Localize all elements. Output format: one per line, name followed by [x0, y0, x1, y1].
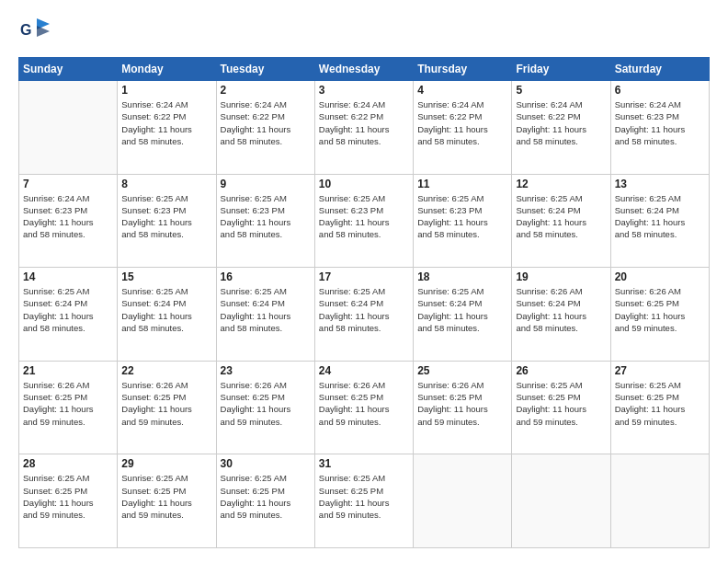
day-number: 13 [615, 178, 705, 190]
day-number: 14 [23, 270, 113, 283]
day-info: Sunrise: 6:26 AMSunset: 6:25 PMDaylight:… [417, 379, 507, 428]
calendar-cell [512, 454, 610, 548]
calendar-cell: 15Sunrise: 6:25 AMSunset: 6:24 PMDayligh… [118, 268, 216, 362]
calendar-cell: 4Sunrise: 6:24 AMSunset: 6:22 PMDaylight… [414, 81, 512, 175]
day-info: Sunrise: 6:25 AMSunset: 6:24 PMDaylight:… [121, 285, 211, 334]
day-number: 26 [516, 364, 606, 377]
calendar-cell [19, 81, 118, 175]
day-info: Sunrise: 6:24 AMSunset: 6:22 PMDaylight:… [121, 98, 211, 147]
day-info: Sunrise: 6:25 AMSunset: 6:25 PMDaylight:… [319, 472, 409, 521]
calendar-cell: 28Sunrise: 6:25 AMSunset: 6:25 PMDayligh… [19, 454, 118, 548]
calendar-cell: 10Sunrise: 6:25 AMSunset: 6:23 PMDayligh… [314, 174, 413, 268]
day-number: 8 [121, 178, 211, 190]
calendar-header-tuesday: Tuesday [216, 58, 314, 81]
calendar-cell: 30Sunrise: 6:25 AMSunset: 6:25 PMDayligh… [216, 454, 314, 548]
day-number: 25 [417, 364, 507, 377]
day-info: Sunrise: 6:25 AMSunset: 6:25 PMDaylight:… [516, 379, 606, 428]
calendar-cell: 3Sunrise: 6:24 AMSunset: 6:22 PMDaylight… [314, 81, 413, 175]
calendar-cell: 23Sunrise: 6:26 AMSunset: 6:25 PMDayligh… [216, 361, 314, 454]
day-info: Sunrise: 6:26 AMSunset: 6:25 PMDaylight:… [121, 379, 211, 428]
day-number: 2 [221, 84, 311, 97]
day-info: Sunrise: 6:24 AMSunset: 6:22 PMDaylight:… [516, 98, 606, 147]
day-info: Sunrise: 6:26 AMSunset: 6:25 PMDaylight:… [319, 379, 409, 428]
day-number: 10 [319, 178, 409, 190]
day-number: 12 [516, 178, 606, 190]
day-number: 28 [23, 457, 113, 470]
header: G [18, 15, 710, 48]
day-number: 27 [615, 364, 705, 377]
calendar-cell: 31Sunrise: 6:25 AMSunset: 6:25 PMDayligh… [314, 454, 413, 548]
calendar-cell: 11Sunrise: 6:25 AMSunset: 6:23 PMDayligh… [414, 174, 512, 268]
calendar-cell: 18Sunrise: 6:25 AMSunset: 6:24 PMDayligh… [414, 268, 512, 362]
day-number: 21 [23, 364, 113, 377]
calendar-header-row: SundayMondayTuesdayWednesdayThursdayFrid… [19, 58, 710, 81]
day-info: Sunrise: 6:25 AMSunset: 6:25 PMDaylight:… [615, 379, 705, 428]
day-number: 16 [221, 270, 311, 283]
day-info: Sunrise: 6:26 AMSunset: 6:25 PMDaylight:… [221, 379, 311, 428]
day-info: Sunrise: 6:25 AMSunset: 6:25 PMDaylight:… [23, 472, 113, 521]
logo-icon: G [18, 15, 51, 48]
calendar-cell: 24Sunrise: 6:26 AMSunset: 6:25 PMDayligh… [314, 361, 413, 454]
calendar-cell: 19Sunrise: 6:26 AMSunset: 6:24 PMDayligh… [512, 268, 610, 362]
day-info: Sunrise: 6:24 AMSunset: 6:22 PMDaylight:… [319, 98, 409, 147]
day-number: 5 [516, 84, 606, 97]
calendar-header-sunday: Sunday [19, 58, 118, 81]
day-number: 7 [23, 178, 113, 190]
calendar-header-friday: Friday [512, 58, 610, 81]
day-number: 23 [221, 364, 311, 377]
calendar-header-thursday: Thursday [414, 58, 512, 81]
svg-text:G: G [20, 22, 31, 38]
day-number: 30 [221, 457, 311, 470]
day-info: Sunrise: 6:25 AMSunset: 6:24 PMDaylight:… [319, 285, 409, 334]
day-info: Sunrise: 6:26 AMSunset: 6:24 PMDaylight:… [516, 285, 606, 334]
day-info: Sunrise: 6:25 AMSunset: 6:23 PMDaylight:… [121, 192, 211, 241]
calendar-cell: 2Sunrise: 6:24 AMSunset: 6:22 PMDaylight… [216, 81, 314, 175]
day-info: Sunrise: 6:25 AMSunset: 6:25 PMDaylight:… [121, 472, 211, 521]
day-info: Sunrise: 6:25 AMSunset: 6:24 PMDaylight:… [221, 285, 311, 334]
day-number: 19 [516, 270, 606, 283]
day-info: Sunrise: 6:24 AMSunset: 6:23 PMDaylight:… [23, 192, 113, 241]
calendar-cell: 16Sunrise: 6:25 AMSunset: 6:24 PMDayligh… [216, 268, 314, 362]
calendar-header-saturday: Saturday [610, 58, 709, 81]
day-number: 9 [221, 178, 311, 190]
calendar-cell: 13Sunrise: 6:25 AMSunset: 6:24 PMDayligh… [610, 174, 709, 268]
calendar-header-wednesday: Wednesday [314, 58, 413, 81]
calendar-cell: 7Sunrise: 6:24 AMSunset: 6:23 PMDaylight… [19, 174, 118, 268]
day-info: Sunrise: 6:25 AMSunset: 6:23 PMDaylight:… [221, 192, 311, 241]
calendar-week-row: 1Sunrise: 6:24 AMSunset: 6:22 PMDaylight… [19, 81, 710, 175]
calendar-cell: 21Sunrise: 6:26 AMSunset: 6:25 PMDayligh… [19, 361, 118, 454]
day-info: Sunrise: 6:24 AMSunset: 6:22 PMDaylight:… [221, 98, 311, 147]
calendar-table: SundayMondayTuesdayWednesdayThursdayFrid… [18, 57, 710, 548]
calendar-cell: 8Sunrise: 6:25 AMSunset: 6:23 PMDaylight… [118, 174, 216, 268]
day-info: Sunrise: 6:24 AMSunset: 6:23 PMDaylight:… [615, 98, 705, 147]
calendar-week-row: 28Sunrise: 6:25 AMSunset: 6:25 PMDayligh… [19, 454, 710, 548]
calendar-week-row: 14Sunrise: 6:25 AMSunset: 6:24 PMDayligh… [19, 268, 710, 362]
day-number: 18 [417, 270, 507, 283]
day-number: 24 [319, 364, 409, 377]
logo: G [18, 15, 55, 48]
calendar-cell: 20Sunrise: 6:26 AMSunset: 6:25 PMDayligh… [610, 268, 709, 362]
calendar-cell: 14Sunrise: 6:25 AMSunset: 6:24 PMDayligh… [19, 268, 118, 362]
calendar-cell: 22Sunrise: 6:26 AMSunset: 6:25 PMDayligh… [118, 361, 216, 454]
calendar-header-monday: Monday [118, 58, 216, 81]
day-info: Sunrise: 6:25 AMSunset: 6:23 PMDaylight:… [319, 192, 409, 241]
day-number: 29 [121, 457, 211, 470]
calendar-cell: 1Sunrise: 6:24 AMSunset: 6:22 PMDaylight… [118, 81, 216, 175]
calendar-cell [414, 454, 512, 548]
calendar-cell: 17Sunrise: 6:25 AMSunset: 6:24 PMDayligh… [314, 268, 413, 362]
calendar-cell: 6Sunrise: 6:24 AMSunset: 6:23 PMDaylight… [610, 81, 709, 175]
day-info: Sunrise: 6:26 AMSunset: 6:25 PMDaylight:… [23, 379, 113, 428]
calendar-cell: 26Sunrise: 6:25 AMSunset: 6:25 PMDayligh… [512, 361, 610, 454]
day-number: 6 [615, 84, 705, 97]
day-info: Sunrise: 6:25 AMSunset: 6:24 PMDaylight:… [615, 192, 705, 241]
day-info: Sunrise: 6:25 AMSunset: 6:24 PMDaylight:… [23, 285, 113, 334]
calendar-cell: 12Sunrise: 6:25 AMSunset: 6:24 PMDayligh… [512, 174, 610, 268]
calendar-cell: 9Sunrise: 6:25 AMSunset: 6:23 PMDaylight… [216, 174, 314, 268]
day-number: 3 [319, 84, 409, 97]
calendar-cell: 29Sunrise: 6:25 AMSunset: 6:25 PMDayligh… [118, 454, 216, 548]
day-number: 1 [121, 84, 211, 97]
day-info: Sunrise: 6:25 AMSunset: 6:24 PMDaylight:… [516, 192, 606, 241]
calendar-week-row: 21Sunrise: 6:26 AMSunset: 6:25 PMDayligh… [19, 361, 710, 454]
day-info: Sunrise: 6:25 AMSunset: 6:23 PMDaylight:… [417, 192, 507, 241]
calendar-cell: 25Sunrise: 6:26 AMSunset: 6:25 PMDayligh… [414, 361, 512, 454]
